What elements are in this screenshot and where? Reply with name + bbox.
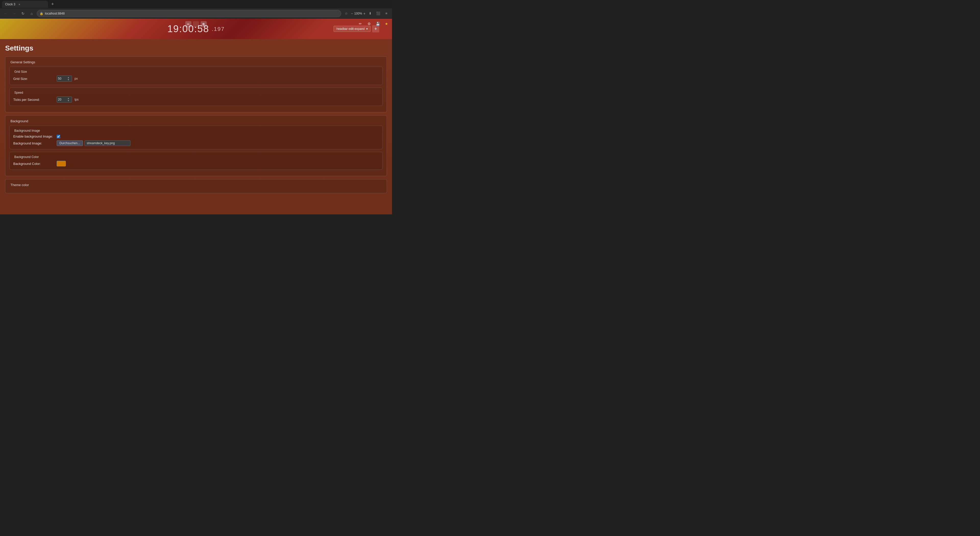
ticks-up[interactable]: ▲	[67, 97, 69, 100]
clock-time: 19:00:58	[167, 24, 209, 35]
menu-button[interactable]: ≡	[383, 10, 390, 17]
speed-label: Speed	[13, 91, 379, 94]
back-button[interactable]: ←	[2, 10, 9, 17]
bg-image-file-row: Background Image: Durchsuchen... streamd…	[13, 140, 379, 146]
background-label: Background	[10, 119, 383, 123]
add-headbar-button[interactable]: +	[372, 25, 379, 32]
browse-button[interactable]: Durchsuchen...	[57, 140, 83, 146]
ticks-per-second-input[interactable]	[58, 98, 67, 101]
grid-size-arrows[interactable]: ▲ ▼	[67, 76, 69, 81]
theme-color-section: Theme color	[5, 179, 387, 193]
bg-color-row: Background Color:	[13, 161, 379, 166]
zoom-minus[interactable]: −	[351, 11, 353, 16]
settings-page: Settings General Settings Grid Size Grid…	[0, 39, 392, 215]
file-name-display: streamdeck_key.png	[84, 140, 130, 146]
zoom-display: − 100% +	[351, 11, 366, 16]
navigation-bar: ← → ↻ ⌂ 🔒 localhost:8848 ☆ − 100% + ⬇ ⬛ …	[0, 8, 392, 19]
download-button[interactable]: ⬇	[366, 10, 374, 17]
theme-color-label: Theme color	[10, 183, 383, 187]
ticks-per-second-spinbox[interactable]: ▲ ▼	[57, 97, 72, 103]
grid-size-section: Grid Size Grid Size: ▲ ▼ px	[10, 67, 383, 85]
general-settings-section: General Settings Grid Size Grid Size: ▲ …	[5, 56, 387, 112]
background-color-swatch[interactable]	[57, 161, 66, 166]
general-settings-label: General Settings	[10, 60, 383, 64]
new-tab-button[interactable]: +	[49, 1, 56, 8]
bg-color-field-label: Background Color:	[13, 162, 54, 165]
headbar-dropdown-value: headbar-edit-expand	[336, 27, 365, 31]
headbar-dropdown-arrow: ▾	[366, 27, 368, 31]
zoom-plus[interactable]: +	[363, 11, 366, 16]
ticks-down[interactable]: ▼	[67, 100, 69, 102]
enable-bg-image-row: Enable background Image:	[13, 135, 379, 138]
grid-size-label: Grid Size	[13, 70, 379, 73]
address-text: localhost:8848	[45, 12, 65, 15]
grid-size-unit: px	[75, 77, 78, 80]
grid-size-down[interactable]: ▼	[67, 79, 69, 81]
grid-size-spinbox[interactable]: ▲ ▼	[57, 76, 72, 82]
background-image-section: Background Image Enable background Image…	[10, 126, 383, 150]
background-section: Background Background Image Enable backg…	[5, 115, 387, 176]
background-color-section: Background Color Background Color:	[10, 152, 383, 170]
file-input-container: Durchsuchen... streamdeck_key.png	[57, 140, 130, 146]
ticks-per-second-label: Ticks per Second:	[13, 98, 54, 102]
background-color-label: Background Color	[13, 155, 379, 159]
enable-bg-image-label: Enable background Image:	[13, 135, 54, 138]
grid-size-input[interactable]	[58, 77, 67, 80]
enable-bg-image-checkbox[interactable]	[57, 135, 60, 138]
ticks-per-second-row: Ticks per Second: ▲ ▼ tps	[13, 97, 379, 103]
clock-ms: .197	[212, 25, 225, 32]
tab-close-button[interactable]: ×	[18, 2, 21, 6]
reload-button[interactable]: ↻	[19, 10, 27, 17]
tab-bar: Clock 3 × +	[0, 0, 392, 8]
clock-display: 19:00:58.197	[167, 24, 225, 35]
ticks-unit: tps	[75, 98, 79, 101]
header-star-icon[interactable]: ★	[383, 21, 390, 27]
active-tab[interactable]: Clock 3 ×	[2, 1, 48, 8]
speed-section: Speed Ticks per Second: ▲ ▼ tps	[10, 87, 383, 106]
tab-title: Clock 3	[5, 3, 15, 6]
forward-button[interactable]: →	[11, 10, 18, 17]
ticks-arrows[interactable]: ▲ ▼	[67, 97, 69, 102]
grid-size-field-label: Grid Size:	[13, 77, 54, 81]
grid-size-row: Grid Size: ▲ ▼ px	[13, 76, 379, 82]
header-dropdown-area: headbar-edit-expand ▾ +	[334, 25, 379, 32]
settings-title: Settings	[5, 44, 387, 52]
headbar-dropdown[interactable]: headbar-edit-expand ▾	[334, 26, 371, 32]
grid-size-up[interactable]: ▲	[67, 76, 69, 79]
page-header: ✏ 🗑 19:00:58.197 ✏ ⚙ 💾 ★ headbar-edit-ex…	[0, 19, 392, 39]
nav-actions: ☆ − 100% + ⬇ ⬛ ≡	[343, 10, 390, 17]
extensions-button[interactable]: ⬛	[375, 10, 382, 17]
bg-image-field-label: Background Image:	[13, 142, 54, 145]
zoom-level: 100%	[354, 12, 362, 15]
address-bar[interactable]: 🔒 localhost:8848	[37, 10, 341, 17]
bookmark-button[interactable]: ☆	[343, 10, 350, 17]
home-button[interactable]: ⌂	[28, 10, 35, 17]
background-image-label: Background Image	[13, 129, 379, 132]
